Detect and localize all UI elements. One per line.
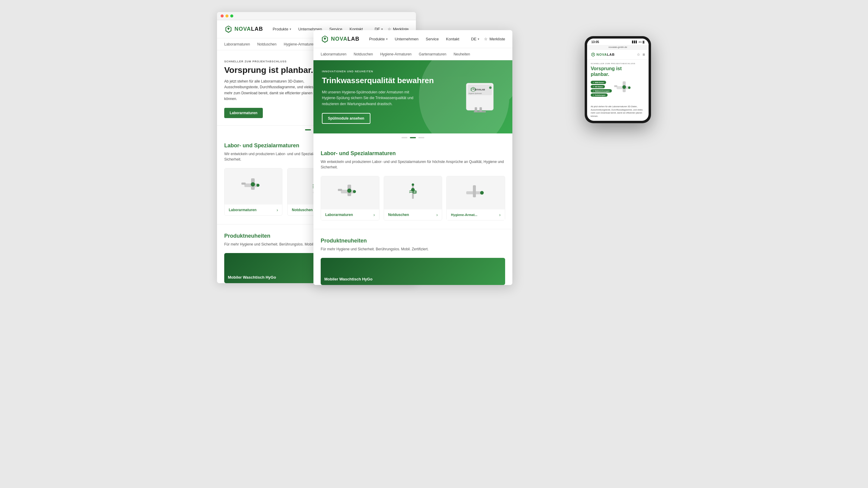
phone-status-bar: 13:05 ▋▋▋ 4G ▓	[587, 38, 649, 45]
tablet-notduschen-illustration	[404, 182, 422, 203]
window-chrome	[217, 12, 416, 20]
phone-hero-title: Vorsprung istplanbar.	[591, 66, 645, 77]
chrome-maximize[interactable]	[230, 14, 233, 18]
tablet-nav-service[interactable]: Service	[426, 37, 439, 41]
product-footer-labor: Laborarmaturen ›	[224, 204, 282, 216]
phone-url: novalab-gmbh.de	[609, 46, 627, 48]
tablet-neuheiten-desc: Für mehr Hygiene und Sicherheit. Berühru…	[321, 247, 505, 252]
tablet-subnav-hygiene[interactable]: Hygiene-Armaturen	[380, 52, 411, 56]
tablet-neuheiten-section: Produktneuheiten Für mehr Hygiene und Si…	[313, 229, 513, 285]
tablet-products-desc: Wir entwickeln und produzieren Labor- un…	[321, 159, 505, 170]
tablet-product-label-hygiene: Hygiene-Armat...	[451, 213, 477, 217]
tablet-nav: NOVALAB Produkte ▾ Unternehmen Service K…	[313, 30, 513, 48]
svg-point-39	[412, 184, 414, 186]
tablet-arrow-icon-3: ›	[499, 213, 501, 217]
tablet-product-card-labor[interactable]: Laborarmaturen ›	[321, 176, 379, 221]
chrome-close[interactable]	[221, 14, 224, 18]
svg-point-36	[353, 190, 356, 193]
phone-logo[interactable]: NOVALAB	[591, 52, 615, 57]
green-hero-description: Mit unseren Hygiene-Spülmodulen oder Arm…	[322, 90, 424, 107]
hero-cta-button[interactable]: Laborarmaturen	[224, 108, 263, 118]
phone-time: 13:05	[591, 40, 599, 44]
tablet-sub-nav: Laborarmaturen Notduschen Hygiene-Armatu…	[313, 48, 513, 60]
tablet-neuheiten-card[interactable]: Mobiler Waschtisch HyGo	[321, 258, 505, 285]
tablet-product-img-labor	[321, 176, 379, 209]
tablet-nav-unternehmen[interactable]: Unternehmen	[395, 37, 418, 41]
svg-point-34	[347, 189, 351, 193]
tablet-arrow-icon-1: ›	[373, 213, 375, 217]
tablet-neuheiten-title: Produktneuheiten	[321, 238, 505, 244]
phone-badge-3d: ✓3D-Daten	[591, 85, 605, 88]
phone-logo-text: NOVALAB	[596, 53, 615, 56]
phone-badge-bim: ✓BIM-Daten	[591, 81, 606, 84]
product-label-labor: Laborarmaturen	[229, 208, 256, 212]
tablet-products-title: Labor- und Spezialarmaturen	[321, 150, 505, 157]
dot-1[interactable]	[305, 129, 311, 130]
green-hero-title: Trinkwasserqualität bewahren	[322, 76, 456, 85]
tablet-dot-1[interactable]	[401, 137, 407, 138]
tablet-star-icon: ☆	[484, 37, 488, 41]
tablet-product-img-hygiene	[447, 176, 505, 209]
tablet-merkliste-button[interactable]: ☆ Merkliste	[484, 37, 505, 41]
phone-hero: SCHNELLER ZUM PROJEKTABSCHLUSS Vorsprung…	[587, 60, 649, 105]
phone-status-icons: ▋▋▋ 4G ▓	[632, 41, 644, 43]
tablet-dot-2[interactable]	[410, 137, 416, 138]
product-img-labor	[224, 168, 282, 204]
phone-nav-icons: ☆ ≡	[637, 52, 645, 57]
tablet-logo[interactable]: NOVALAB	[321, 35, 360, 43]
battery-icon: ▓	[643, 41, 644, 43]
svg-rect-11	[241, 183, 246, 185]
tablet-lang-chevron-icon: ▾	[478, 37, 479, 41]
subnav-hygiene[interactable]: Hygiene-Armaturen	[284, 42, 315, 46]
tablet-dot-3[interactable]	[418, 137, 424, 138]
phone-logo-icon	[591, 52, 595, 57]
tablet-window: NOVALAB Produkte ▾ Unternehmen Service K…	[313, 30, 513, 285]
phone-pipe-illustration	[614, 79, 638, 99]
neuheiten-card-title: Mobiler Waschtisch HyGo	[228, 275, 276, 280]
tablet-product-card-hygiene[interactable]: Hygiene-Armat... ›	[446, 176, 505, 221]
product-card-labor[interactable]: Laborarmaturen ›	[224, 168, 282, 216]
subnav-notduschen[interactable]: Notduschen	[257, 42, 276, 46]
phone-badges: ✓BIM-Daten ✓3D-Daten ✓Maßzeichnungen ✓An…	[591, 81, 612, 97]
green-hero-label: INNOVATIONEN UND NEUHEITEN	[322, 70, 456, 73]
tablet-product-footer-labor: Laborarmaturen ›	[321, 209, 379, 220]
phone-menu-icon[interactable]: ≡	[643, 52, 645, 57]
chrome-minimize[interactable]	[225, 14, 228, 18]
phone-hero-label: SCHNELLER ZUM PROJEKTABSCHLUSS	[591, 63, 645, 64]
green-hero-content: INNOVATIONEN UND NEUHEITEN Trinkwasserqu…	[322, 70, 456, 124]
hero-description: Ab jetzt stehen für alle Laborarmaturen …	[224, 78, 315, 102]
tablet-nav-kontakt[interactable]: Kontakt	[446, 37, 459, 41]
svg-point-10	[251, 182, 255, 187]
tablet-hygiene-illustration	[464, 182, 488, 203]
svg-rect-46	[614, 85, 617, 87]
svg-point-45	[622, 85, 626, 89]
tablet-product-label-labor: Laborarmaturen	[325, 213, 353, 217]
signal-icon: ▋▋▋	[632, 41, 638, 43]
phone-url-bar[interactable]: novalab-gmbh.de	[587, 45, 649, 50]
tablet-subnav-garten[interactable]: Gartenarmaturen	[418, 52, 446, 56]
tablet-slider-dots	[313, 133, 513, 142]
tablet-product-card-notduschen[interactable]: Notduschen ›	[384, 176, 442, 221]
tablet-nav-produkte[interactable]: Produkte ▾	[369, 37, 388, 41]
phone-description: Ab jetzt stehen für alle Laborarmaturen …	[587, 105, 649, 121]
tablet-product-img-notduschen	[384, 176, 442, 209]
subnav-laborarmaturen[interactable]: Laborarmaturen	[224, 42, 250, 46]
product-label-notduschen: Notduschen	[292, 208, 313, 212]
nav-produkte[interactable]: Produkte ▾	[273, 27, 291, 31]
phone-bookmark-icon[interactable]: ☆	[637, 53, 640, 57]
tablet-subnav-notduschen[interactable]: Notduschen	[353, 52, 373, 56]
phone-badge-anleitungen: ✓Anleitungen	[591, 93, 608, 97]
phone-nav: NOVALAB ☆ ≡	[587, 50, 649, 60]
tablet-product-label-notduschen: Notduschen	[388, 213, 409, 217]
tablet-subnav-laborarmaturen[interactable]: Laborarmaturen	[321, 52, 346, 56]
green-hero-cta-button[interactable]: Spülmodule ansehen	[322, 113, 370, 124]
phone-frame: 13:05 ▋▋▋ 4G ▓ novalab-gmbh.de	[585, 36, 651, 123]
tablet-subnav-neuheiten[interactable]: Neuheiten	[454, 52, 470, 56]
tablet-product-footer-notduschen: Notduschen ›	[384, 209, 442, 220]
labor-product-illustration	[241, 176, 266, 197]
desktop-logo[interactable]: NOVALAB	[224, 25, 263, 33]
tablet-product-footer-hygiene: Hygiene-Armat... ›	[447, 209, 505, 220]
tablet-products-section: Labor- und Spezialarmaturen Wir entwicke…	[313, 142, 513, 229]
tablet-lang-selector[interactable]: DE ▾	[471, 37, 479, 41]
logo-icon	[224, 25, 233, 33]
